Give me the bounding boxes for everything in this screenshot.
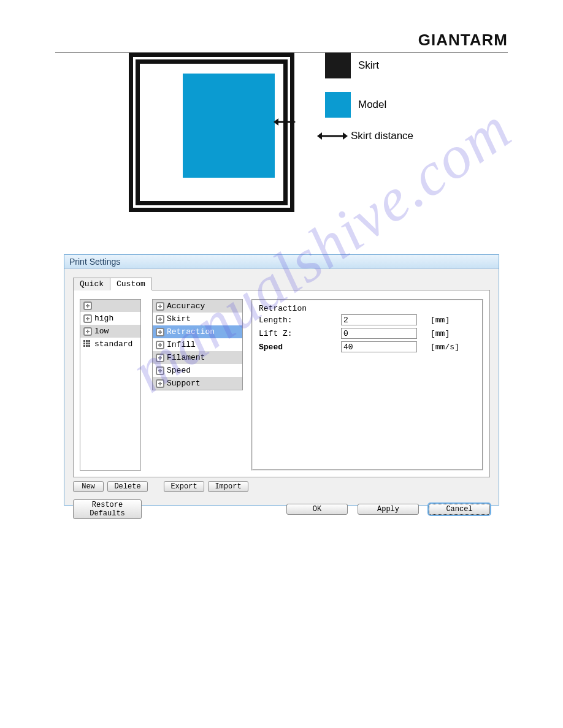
length-unit: [mm] <box>431 316 450 325</box>
legend-skirt: Skirt <box>325 53 379 78</box>
double-arrow-icon <box>319 132 346 140</box>
plus-icon <box>156 328 164 336</box>
cancel-button[interactable]: Cancel <box>429 504 490 515</box>
liftz-input[interactable] <box>341 328 417 339</box>
model-swatch-icon <box>325 92 351 118</box>
category-support[interactable]: Support <box>153 377 242 390</box>
tab-strip: Quick Custom <box>73 278 490 290</box>
export-button[interactable]: Export <box>164 481 204 492</box>
speed-input[interactable] <box>341 341 417 352</box>
legend-model: Model <box>325 92 386 118</box>
legend-skirt-label: Skirt <box>358 59 379 72</box>
ok-button[interactable]: OK <box>286 504 348 515</box>
skirt-distance-label: Skirt distance <box>351 130 413 142</box>
plus-icon <box>156 366 164 375</box>
category-skirt[interactable]: Skirt <box>153 313 242 325</box>
field-liftz: Lift Z: [mm] <box>259 328 476 339</box>
new-button[interactable]: New <box>73 481 104 492</box>
dialog-title: Print Settings <box>64 255 499 269</box>
skirt-swatch-icon <box>325 53 351 78</box>
profile-list[interactable]: high low standard <box>80 299 141 471</box>
liftz-label: Lift Z: <box>259 329 341 338</box>
tab-panel-custom: high low standard Accuracy <box>73 290 490 477</box>
tab-quick[interactable]: Quick <box>73 278 110 290</box>
group-title: Retraction <box>259 304 476 313</box>
brand-logo: GIANTARM <box>418 31 508 49</box>
plus-icon <box>156 341 164 349</box>
category-list[interactable]: Accuracy Skirt Retraction Infill <box>152 299 243 390</box>
profile-item-low[interactable]: low <box>80 325 140 338</box>
print-settings-dialog: Print Settings Quick Custom high <box>64 254 499 506</box>
field-length: Length: [mm] <box>259 314 476 325</box>
delete-button[interactable]: Delete <box>107 481 148 492</box>
apply-button[interactable]: Apply <box>358 504 419 515</box>
length-input[interactable] <box>341 314 417 325</box>
plus-icon <box>83 327 92 336</box>
category-speed[interactable]: Speed <box>153 364 242 377</box>
plus-icon <box>156 315 164 324</box>
plus-icon <box>156 354 164 362</box>
skirt-diagram: Skirt Model Skirt distance <box>129 53 472 218</box>
profile-item-high[interactable]: high <box>80 312 140 325</box>
speed-label: Speed <box>259 343 341 352</box>
skirt-distance-annotation: Skirt distance <box>319 130 413 142</box>
legend-model-label: Model <box>358 99 386 111</box>
page-header: GIANTARM <box>55 31 508 53</box>
profile-item-blank[interactable] <box>80 300 140 312</box>
distance-arrow-icon <box>275 118 294 126</box>
category-filament[interactable]: Filament <box>153 351 242 364</box>
profile-item-standard[interactable]: standard <box>80 338 140 351</box>
model-box <box>183 74 275 178</box>
grid-icon <box>83 340 92 349</box>
plus-icon <box>83 301 92 310</box>
restore-defaults-button[interactable]: Restore Defaults <box>73 499 142 519</box>
plus-icon <box>156 302 164 311</box>
category-retraction[interactable]: Retraction <box>153 325 242 338</box>
import-button[interactable]: Import <box>208 481 248 492</box>
liftz-unit: [mm] <box>431 329 450 338</box>
category-accuracy[interactable]: Accuracy <box>153 300 242 313</box>
tab-custom[interactable]: Custom <box>110 278 152 290</box>
category-infill[interactable]: Infill <box>153 338 242 351</box>
length-label: Length: <box>259 316 341 325</box>
plus-icon <box>83 314 92 323</box>
plus-icon <box>156 379 164 388</box>
settings-group: Retraction Length: [mm] Lift Z: [mm] Spe… <box>251 299 483 471</box>
field-speed: Speed [mm/s] <box>259 341 476 352</box>
speed-unit: [mm/s] <box>431 343 459 352</box>
